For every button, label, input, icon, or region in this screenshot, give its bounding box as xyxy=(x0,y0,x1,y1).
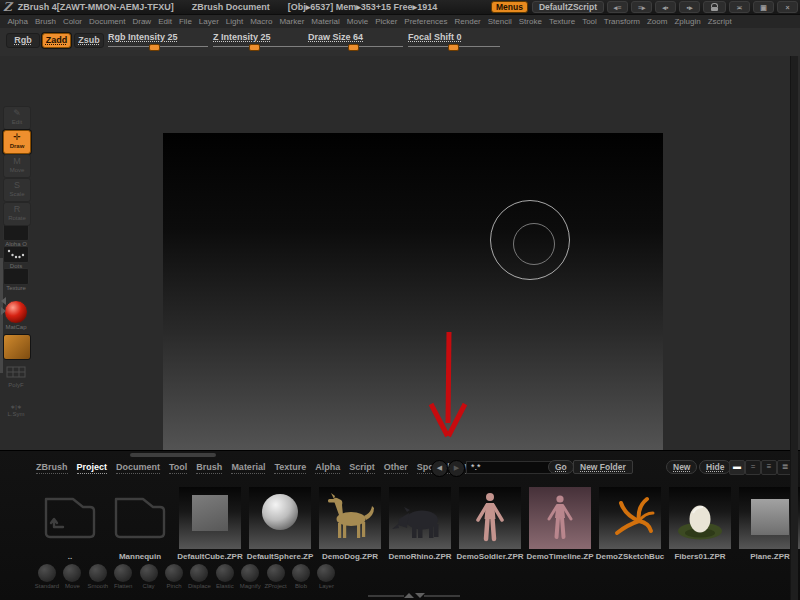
local-symmetry-button[interactable]: ∗|∗ L.Sym xyxy=(3,404,29,418)
nav-forward-button[interactable]: ▶ xyxy=(448,460,465,477)
menu-alpha[interactable]: Alpha xyxy=(4,17,31,26)
tab-script[interactable]: Script xyxy=(349,462,375,474)
tab-other[interactable]: Other xyxy=(384,462,408,474)
menu-render[interactable]: Render xyxy=(451,17,484,26)
go-button[interactable]: Go xyxy=(548,460,574,474)
brush-blob[interactable]: Blob xyxy=(288,564,314,590)
menu-movie[interactable]: Movie xyxy=(343,17,371,26)
new-folder-button[interactable]: New Folder xyxy=(573,460,633,474)
menu-stroke[interactable]: Stroke xyxy=(515,17,545,26)
tray-item-cube[interactable]: DefaultCube.ZPR xyxy=(175,487,245,561)
tool-scale-button[interactable]: SScale xyxy=(3,178,31,202)
alpha-thumbnail[interactable]: Alpha O xyxy=(3,224,29,248)
menu-preferences[interactable]: Preferences xyxy=(401,17,451,26)
tray-resize-grip[interactable] xyxy=(130,453,216,457)
color-swatch[interactable] xyxy=(3,334,31,360)
right-tray-edge[interactable] xyxy=(790,28,798,600)
slider-handle[interactable] xyxy=(149,44,160,51)
filter-input[interactable]: *.* xyxy=(466,461,554,474)
view-small-icon[interactable]: ≡ xyxy=(761,460,777,475)
slider-focal-shift[interactable]: Focal Shift 0 xyxy=(408,32,500,52)
menu-stencil[interactable]: Stencil xyxy=(484,17,515,26)
tray-item-soldier[interactable]: DemoSoldier.ZPR xyxy=(455,487,525,561)
brush-layer[interactable]: Layer xyxy=(313,564,339,590)
menus-toggle-button[interactable]: Menus xyxy=(491,1,528,13)
document-canvas[interactable] xyxy=(163,133,663,455)
brush-magnify[interactable]: Magnify xyxy=(237,564,263,590)
menu-picker[interactable]: Picker xyxy=(372,17,401,26)
slider-handle[interactable] xyxy=(249,44,260,51)
menu-transform[interactable]: Transform xyxy=(600,17,643,26)
menu-document[interactable]: Document xyxy=(86,17,129,26)
tab-tool[interactable]: Tool xyxy=(169,462,187,474)
rgb-button[interactable]: Rgb xyxy=(6,33,40,48)
menu-light[interactable]: Light xyxy=(222,17,246,26)
menu-color[interactable]: Color xyxy=(59,17,85,26)
tab-brush[interactable]: Brush xyxy=(196,462,222,474)
menu-zscript[interactable]: Zscript xyxy=(704,17,735,26)
tray-item-rhino[interactable]: DemoRhino.ZPR xyxy=(385,487,455,561)
tray-item-fibers[interactable]: Fibers01.ZPR xyxy=(665,487,735,561)
menu-material[interactable]: Material xyxy=(308,17,343,26)
brush-elastic[interactable]: Elastic xyxy=(212,564,238,590)
tab-material[interactable]: Material xyxy=(231,462,265,474)
tab-project[interactable]: Project xyxy=(77,462,108,474)
stroke-thumbnail[interactable]: Dots xyxy=(3,246,29,270)
doc-scroll-left-button[interactable]: ◂▪ xyxy=(655,1,676,13)
brush-standard[interactable]: Standard xyxy=(34,564,60,590)
brush-displace[interactable]: Displace xyxy=(186,564,212,590)
tool-edit-button[interactable]: ✎Edit xyxy=(3,106,31,130)
menu-brush[interactable]: Brush xyxy=(31,17,59,26)
left-scrollbar[interactable] xyxy=(0,258,3,373)
brush-pinch[interactable]: Pinch xyxy=(161,564,187,590)
slider-handle[interactable] xyxy=(448,44,459,51)
brush-clay[interactable]: Clay xyxy=(136,564,162,590)
palette-scroll-left-button[interactable]: ◂≡ xyxy=(607,1,628,13)
restore-button[interactable]: ▣ xyxy=(753,1,774,13)
tool-draw-button[interactable]: ✛Draw xyxy=(3,130,31,154)
slider-handle[interactable] xyxy=(348,44,359,51)
minimize-button[interactable]: ≍ xyxy=(729,1,750,13)
tray-item-dog[interactable]: DemoDog.ZPR xyxy=(315,487,385,561)
new-button[interactable]: New xyxy=(666,460,697,474)
view-large-icon[interactable]: ▬ xyxy=(729,460,745,475)
tray-close-arrow-icon[interactable] xyxy=(415,593,425,598)
close-button[interactable]: × xyxy=(777,1,798,13)
tray-item-folder-up[interactable]: .. xyxy=(35,487,105,561)
hide-button[interactable]: Hide xyxy=(699,460,731,474)
slider-z-intensity[interactable]: Z Intensity 25 xyxy=(213,32,308,52)
palette-scroll-right-button[interactable]: ≡▸ xyxy=(631,1,652,13)
zadd-button[interactable]: Zadd xyxy=(42,33,71,48)
default-zscript-button[interactable]: DefaultZScript xyxy=(532,1,604,13)
brush-flatten[interactable]: Flatten xyxy=(110,564,136,590)
tool-rotate-button[interactable]: RRotate xyxy=(3,202,31,226)
menu-marker[interactable]: Marker xyxy=(276,17,308,26)
slider-draw-size[interactable]: Draw Size 64 xyxy=(308,32,403,52)
right-divider-arrow-icon[interactable] xyxy=(1,307,6,315)
menu-texture[interactable]: Texture xyxy=(545,17,578,26)
menu-macro[interactable]: Macro xyxy=(247,17,276,26)
left-divider-arrow-icon[interactable] xyxy=(1,297,6,305)
brush-smooth[interactable]: Smooth xyxy=(85,564,111,590)
menu-file[interactable]: File xyxy=(175,17,195,26)
menu-zplugin[interactable]: Zplugin xyxy=(671,17,704,26)
nav-back-button[interactable]: ◀ xyxy=(431,460,448,477)
tray-item-zsketch[interactable]: DemoZSketchBuc xyxy=(595,487,665,561)
brush-move[interactable]: Move xyxy=(59,564,85,590)
tray-open-arrow-icon[interactable] xyxy=(404,593,414,598)
tab-texture[interactable]: Texture xyxy=(274,462,306,474)
tab-alpha[interactable]: Alpha xyxy=(315,462,340,474)
texture-thumbnail[interactable]: Texture xyxy=(3,268,29,292)
tab-zbrush[interactable]: ZBrush xyxy=(36,462,68,474)
polyframe-button[interactable]: PolyF xyxy=(3,364,29,389)
lock-icon[interactable] xyxy=(703,1,726,13)
brush-zproject[interactable]: ZProject xyxy=(263,564,289,590)
matcap-thumbnail[interactable]: MatCap xyxy=(3,300,29,331)
view-medium-icon[interactable]: = xyxy=(745,460,761,475)
menu-zoom[interactable]: Zoom xyxy=(643,17,670,26)
tray-item-timeline[interactable]: DemoTimeline.ZP xyxy=(525,487,595,561)
doc-scroll-right-button[interactable]: ▪▸ xyxy=(679,1,700,13)
tool-move-button[interactable]: MMove xyxy=(3,154,31,178)
zsub-button[interactable]: Zsub xyxy=(74,33,104,48)
tab-document[interactable]: Document xyxy=(116,462,160,474)
